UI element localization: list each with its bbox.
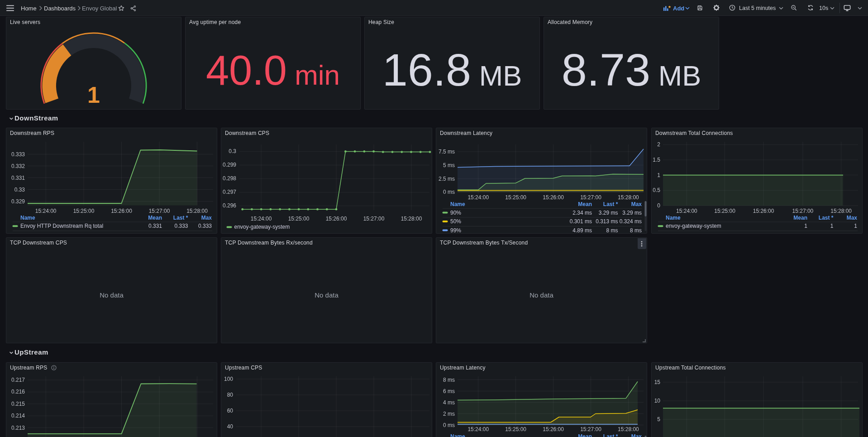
svg-text:0.299: 0.299 bbox=[223, 162, 236, 168]
svg-text:1: 1 bbox=[830, 223, 834, 229]
svg-text:15: 15 bbox=[654, 379, 661, 385]
svg-text:1.5: 1.5 bbox=[653, 157, 660, 163]
svg-text:15:26:00: 15:26:00 bbox=[543, 194, 564, 201]
svg-text:5 ms: 5 ms bbox=[443, 162, 455, 168]
svg-text:Name: Name bbox=[450, 433, 465, 437]
svg-text:0.3: 0.3 bbox=[229, 148, 236, 154]
svg-text:15:24:00: 15:24:00 bbox=[251, 216, 272, 222]
svg-text:0.33: 0.33 bbox=[14, 187, 25, 193]
svg-text:90%: 90% bbox=[450, 210, 461, 216]
svg-text:99%: 99% bbox=[450, 227, 461, 234]
svg-text:15:28:00: 15:28:00 bbox=[186, 208, 208, 214]
svg-text:0.296: 0.296 bbox=[223, 202, 236, 209]
svg-text:2 ms: 2 ms bbox=[443, 411, 455, 417]
svg-text:2.34 ms: 2.34 ms bbox=[572, 210, 592, 216]
svg-text:3.29 ms: 3.29 ms bbox=[622, 210, 642, 216]
svg-text:0.333: 0.333 bbox=[198, 223, 212, 229]
svg-text:7.5 ms: 7.5 ms bbox=[439, 149, 455, 155]
svg-text:80: 80 bbox=[227, 392, 234, 398]
svg-text:8 ms: 8 ms bbox=[606, 227, 618, 234]
svg-text:Mean: Mean bbox=[578, 433, 592, 437]
svg-text:Last *: Last * bbox=[603, 433, 618, 437]
svg-text:100: 100 bbox=[224, 376, 233, 382]
svg-text:0.333: 0.333 bbox=[174, 223, 188, 229]
svg-text:0.298: 0.298 bbox=[223, 175, 236, 182]
svg-text:40: 40 bbox=[227, 423, 234, 430]
svg-text:15:27:00: 15:27:00 bbox=[149, 208, 170, 214]
svg-text:0.214: 0.214 bbox=[11, 413, 25, 419]
svg-text:15:27:00: 15:27:00 bbox=[580, 426, 601, 432]
svg-text:15:26:00: 15:26:00 bbox=[111, 208, 132, 214]
svg-text:Mean: Mean bbox=[578, 201, 592, 207]
svg-text:Last *: Last * bbox=[819, 215, 834, 221]
svg-text:0.313 ms: 0.313 ms bbox=[596, 218, 618, 225]
svg-text:Max: Max bbox=[631, 201, 642, 207]
svg-text:15:24:00: 15:24:00 bbox=[467, 194, 489, 201]
svg-text:15:28:00: 15:28:00 bbox=[401, 216, 422, 222]
svg-text:15:24:00: 15:24:00 bbox=[467, 426, 489, 432]
svg-text:Envoy HTTP Downstream Rq total: Envoy HTTP Downstream Rq total bbox=[20, 223, 103, 229]
svg-text:Max: Max bbox=[847, 215, 858, 221]
svg-text:0.297: 0.297 bbox=[223, 189, 236, 195]
svg-text:5: 5 bbox=[657, 416, 660, 423]
svg-text:15:24:00: 15:24:00 bbox=[35, 208, 57, 214]
svg-text:8 ms: 8 ms bbox=[630, 227, 642, 234]
svg-text:15:25:00: 15:25:00 bbox=[288, 216, 310, 222]
svg-text:8 ms: 8 ms bbox=[443, 377, 455, 383]
svg-text:4 ms: 4 ms bbox=[443, 399, 455, 406]
svg-text:3.29 ms: 3.29 ms bbox=[599, 210, 618, 216]
svg-text:Mean: Mean bbox=[793, 215, 807, 221]
svg-text:15:27:00: 15:27:00 bbox=[580, 194, 601, 201]
svg-text:1: 1 bbox=[87, 82, 100, 108]
svg-text:envoy-gateway-system: envoy-gateway-system bbox=[666, 223, 721, 229]
svg-text:2: 2 bbox=[657, 141, 660, 148]
svg-text:0: 0 bbox=[657, 202, 660, 209]
svg-text:10: 10 bbox=[654, 398, 661, 404]
svg-text:15:28:00: 15:28:00 bbox=[618, 426, 639, 432]
svg-text:Last *: Last * bbox=[603, 201, 618, 207]
svg-text:0.332: 0.332 bbox=[11, 163, 25, 169]
svg-text:15:28:00: 15:28:00 bbox=[618, 194, 639, 201]
svg-text:15:27:00: 15:27:00 bbox=[363, 216, 385, 222]
svg-text:1: 1 bbox=[657, 172, 660, 178]
svg-text:0.324 ms: 0.324 ms bbox=[620, 218, 642, 225]
svg-text:15:27:00: 15:27:00 bbox=[792, 208, 814, 214]
svg-text:50%: 50% bbox=[450, 218, 461, 225]
svg-text:Max: Max bbox=[631, 433, 642, 437]
svg-text:15:26:00: 15:26:00 bbox=[326, 216, 347, 222]
svg-text:0.217: 0.217 bbox=[11, 377, 25, 383]
svg-text:0.5: 0.5 bbox=[653, 187, 660, 193]
svg-text:0 ms: 0 ms bbox=[443, 189, 455, 195]
svg-text:0.329: 0.329 bbox=[11, 198, 25, 205]
svg-text:0.301 ms: 0.301 ms bbox=[570, 218, 592, 225]
svg-text:15:25:00: 15:25:00 bbox=[73, 208, 95, 214]
svg-text:15:26:00: 15:26:00 bbox=[543, 426, 564, 432]
svg-text:15:26:00: 15:26:00 bbox=[753, 208, 774, 214]
svg-text:0.331: 0.331 bbox=[148, 223, 162, 229]
svg-text:0.331: 0.331 bbox=[11, 175, 25, 181]
svg-text:15:28:00: 15:28:00 bbox=[830, 208, 852, 214]
svg-text:60: 60 bbox=[227, 408, 234, 414]
svg-text:Mean: Mean bbox=[148, 215, 162, 221]
svg-text:Max: Max bbox=[201, 215, 212, 221]
svg-text:Last *: Last * bbox=[173, 215, 188, 221]
svg-text:0.216: 0.216 bbox=[11, 389, 25, 395]
svg-text:0.215: 0.215 bbox=[11, 401, 25, 407]
svg-text:0 ms: 0 ms bbox=[443, 422, 455, 428]
svg-text:6 ms: 6 ms bbox=[443, 388, 455, 394]
svg-text:Name: Name bbox=[450, 201, 465, 207]
svg-text:15:25:00: 15:25:00 bbox=[505, 426, 526, 432]
svg-text:15:25:00: 15:25:00 bbox=[714, 208, 735, 214]
svg-text:15:24:00: 15:24:00 bbox=[676, 208, 697, 214]
svg-text:0.333: 0.333 bbox=[11, 151, 25, 158]
svg-text:4.89 ms: 4.89 ms bbox=[572, 227, 592, 234]
svg-text:envoy-gateway-system: envoy-gateway-system bbox=[234, 224, 290, 230]
svg-text:Name: Name bbox=[20, 215, 35, 221]
svg-text:2.5 ms: 2.5 ms bbox=[439, 176, 455, 182]
svg-text:15:25:00: 15:25:00 bbox=[505, 194, 526, 201]
svg-text:1: 1 bbox=[804, 223, 807, 229]
svg-text:0.213: 0.213 bbox=[11, 425, 25, 431]
svg-text:Name: Name bbox=[666, 215, 681, 221]
svg-text:1: 1 bbox=[854, 223, 857, 229]
